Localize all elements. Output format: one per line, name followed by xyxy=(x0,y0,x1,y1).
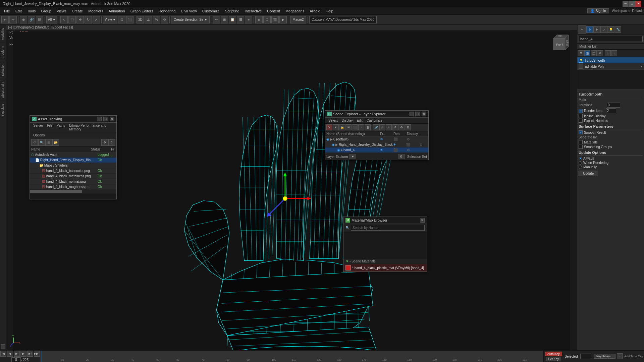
menu-arnold[interactable]: Arnold xyxy=(307,8,323,14)
le-btn-render[interactable]: ⬛ xyxy=(352,124,358,130)
next-key-btn[interactable]: ▶ xyxy=(20,351,26,357)
minimize-btn[interactable]: ─ xyxy=(623,1,629,7)
le-btn-sync[interactable]: ↺ xyxy=(392,124,398,130)
le-btn-filter[interactable]: ▼ xyxy=(333,124,339,130)
asset-tracking-title-bar[interactable]: A Asset Tracking ─ □ ✕ xyxy=(30,116,116,123)
le-footer-btn[interactable]: ▼ xyxy=(350,154,356,159)
menu-group[interactable]: Group xyxy=(38,8,54,14)
always-radio[interactable] xyxy=(579,157,582,160)
list-item[interactable]: ⬡ Autodesk Vault Logged ... xyxy=(30,152,116,158)
key-filters-btn[interactable]: Key Filters... xyxy=(594,354,615,359)
when-rendering-radio[interactable] xyxy=(579,161,582,165)
sign-in-btn[interactable]: 👤Sign In xyxy=(587,8,609,13)
filter-dropdown[interactable]: All ▼ xyxy=(46,16,57,23)
select-object-btn[interactable]: ⊕ xyxy=(20,16,27,23)
mirror-btn[interactable]: ⇔ xyxy=(213,16,220,23)
render-btn[interactable]: ⬛ xyxy=(126,16,133,23)
select-btn[interactable]: ↖ xyxy=(60,16,68,23)
menu-help[interactable]: Help xyxy=(323,8,336,14)
scale-btn[interactable]: ⤢ xyxy=(93,16,100,23)
layer-explorer-restore[interactable]: □ xyxy=(415,112,420,116)
list-item[interactable]: 🖼 hand_4_black_metalness.png Ok xyxy=(30,174,116,179)
rp-icon-hierarchy[interactable]: ⊕ xyxy=(593,26,600,33)
list-item[interactable]: ◉ ▶ hand_4 👁 ⬛ ⚙ xyxy=(325,147,428,153)
snap-3d-btn[interactable]: 3D xyxy=(137,16,144,23)
toggle-scene-explorer-btn[interactable]: 📋 xyxy=(229,16,236,23)
menu-views[interactable]: Views xyxy=(54,8,69,14)
select-region-btn[interactable]: ⬚ xyxy=(68,16,76,23)
menu-rendering[interactable]: Rendering xyxy=(156,8,178,14)
toggle-ribbon-btn[interactable]: ≡ xyxy=(245,16,252,23)
list-item[interactable]: 🖼 hand_4_black_roughness.p... Ok xyxy=(30,184,116,190)
at-help-btn[interactable]: ? xyxy=(108,139,115,146)
le-btn-lock[interactable]: 🔒 xyxy=(339,124,345,130)
navigation-cube[interactable]: Front Top Right xyxy=(547,28,574,55)
asset-tracking-minimize[interactable]: ─ xyxy=(97,117,102,121)
at-menu-bitmap[interactable]: Bitmap Performance and Memory xyxy=(67,123,115,131)
menu-edit[interactable]: Edit xyxy=(13,8,24,14)
auto-key-btn[interactable]: Auto Key xyxy=(545,352,562,356)
le-footer-settings[interactable]: ⚙ xyxy=(398,154,405,159)
viewport[interactable]: [+] [Orthographic] [Standard] [Edged Fac… xyxy=(6,25,577,350)
smooth-result-checkbox[interactable]: ✓ xyxy=(579,130,583,134)
asset-tracking-restore[interactable]: □ xyxy=(103,117,108,121)
mb-resize-handle[interactable] xyxy=(343,232,427,234)
update-button[interactable]: Update xyxy=(579,171,598,176)
list-item[interactable]: ◉ ▶ 0 (default) 👁 ⬛ ⚙ xyxy=(325,137,428,142)
menu-interactive[interactable]: Interactive xyxy=(242,8,265,14)
tab-object-paint[interactable]: Object Paint xyxy=(0,79,6,101)
explicit-normals-checkbox[interactable] xyxy=(579,119,583,123)
align-btn[interactable]: ⊞ xyxy=(221,16,228,23)
rp-icon-utilities[interactable]: 🔧 xyxy=(614,26,621,33)
at-menu-paths[interactable]: Paths xyxy=(55,123,67,131)
le-btn-x[interactable]: ✕ xyxy=(326,124,332,130)
list-item[interactable]: 📄 Right_Hand_Jewelry_Display_Blac... Ok xyxy=(30,158,116,163)
rp-icon-plus[interactable]: + xyxy=(578,25,586,34)
le-btn-eye[interactable]: 👁 xyxy=(345,124,352,130)
list-item[interactable]: 🖼 hand_4_black_basecolor.png Ok xyxy=(30,168,116,174)
snap-percent-btn[interactable]: % xyxy=(153,16,160,23)
modifier-editable-poly[interactable]: Editable Poly ▼ xyxy=(577,63,644,69)
add-time-tag-btn[interactable]: + xyxy=(617,353,623,359)
list-item[interactable]: 🖼 hand_4_black_normal.png Ok xyxy=(30,179,116,184)
menu-animation[interactable]: Animation xyxy=(106,8,128,14)
at-menu-file[interactable]: File xyxy=(45,123,54,131)
le-menu-edit[interactable]: Edit xyxy=(355,118,365,123)
mod-make-unique-btn[interactable]: ◫ xyxy=(591,50,597,56)
le-btn-grid[interactable]: ⊞ xyxy=(405,124,411,130)
snap-angle-btn[interactable]: ∠ xyxy=(145,16,152,23)
tab-modeling[interactable]: Modeling xyxy=(0,25,6,43)
at-menu-options[interactable]: Options xyxy=(31,133,47,137)
object-name-input[interactable] xyxy=(579,36,643,42)
close-btn[interactable]: ✕ xyxy=(635,1,641,7)
tab-freeform[interactable]: Freeform xyxy=(0,43,6,61)
le-btn-settings[interactable]: ⚙ xyxy=(398,124,405,130)
prev-frame-btn[interactable]: |◀ xyxy=(0,351,6,357)
layer-explorer-close[interactable]: ✕ xyxy=(422,112,426,116)
list-item[interactable]: ◉ ▶ Right_Hand_Jewelry_Display_Black 👁 ⬛… xyxy=(325,142,428,147)
selected-filter-input[interactable] xyxy=(580,354,591,359)
macro2-btn[interactable]: Macro2 xyxy=(290,16,306,23)
maximize-btn[interactable]: □ xyxy=(629,1,635,7)
render-iters-input[interactable] xyxy=(606,108,616,113)
le-btn-collapse[interactable]: ⤡ xyxy=(386,124,392,130)
menu-graph-editors[interactable]: Graph Editors xyxy=(128,8,156,14)
isoline-checkbox[interactable] xyxy=(579,114,583,118)
menu-tools[interactable]: Tools xyxy=(24,8,39,14)
rp-icon-display[interactable]: 💡 xyxy=(607,26,614,33)
le-menu-select[interactable]: Select xyxy=(326,118,340,123)
material-item[interactable]: *.hand_4_black_plastic_mat (VRayMtl) [ha… xyxy=(343,264,427,272)
menu-modifiers[interactable]: Modifiers xyxy=(86,8,106,14)
mod-modify-btn[interactable]: ◨ xyxy=(584,50,590,56)
menu-create[interactable]: Create xyxy=(69,8,86,14)
at-menu-server[interactable]: Server xyxy=(31,123,45,131)
render-setup-btn[interactable]: 🎬 xyxy=(271,16,279,23)
redo-btn[interactable]: ↪ xyxy=(9,16,17,23)
menu-customize[interactable]: Customize xyxy=(200,8,222,14)
le-menu-display[interactable]: Display xyxy=(340,118,355,123)
at-refresh-btn[interactable]: ↺ xyxy=(31,139,38,146)
smoothing-groups-checkbox[interactable] xyxy=(579,145,583,149)
timeline-track[interactable]: 10 20 30 40 50 60 70 80 90 100 110 120 1… xyxy=(40,351,543,362)
left-icon-1[interactable] xyxy=(1,344,5,349)
asset-tracking-close[interactable]: ✕ xyxy=(110,117,114,121)
